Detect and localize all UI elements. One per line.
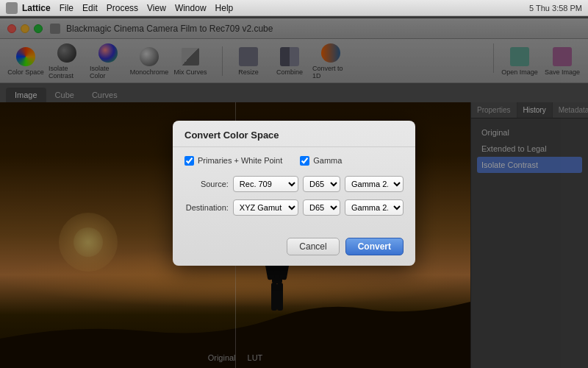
modal-overlay: Convert Color Space Primaries + White Po… (0, 18, 588, 368)
gamma-checkbox[interactable] (300, 156, 309, 166)
primaries-checkbox-label[interactable]: Primaries + White Point (184, 156, 282, 166)
menubar-right: 5 Thu 3:58 PM (529, 4, 582, 13)
gamma-label: Gamma (313, 156, 342, 165)
dialog-buttons: Cancel Convert (173, 232, 415, 266)
menu-edit[interactable]: Edit (82, 3, 98, 13)
menu-help[interactable]: Help (215, 3, 234, 13)
dialog-title: Convert Color Space (173, 121, 415, 147)
primaries-checkbox[interactable] (184, 156, 194, 166)
destination-label: Destination: (184, 203, 229, 212)
source-row: Source: Rec. 709 sRGB ACES P3 D65 D50 D6… (184, 176, 404, 192)
convert-button[interactable]: Convert (345, 238, 404, 255)
source-whitepoint-select[interactable]: D65 D50 D60 (303, 176, 340, 192)
menu-window[interactable]: Window (175, 3, 207, 13)
app-name: Lattice (22, 3, 51, 13)
dest-gamma-select[interactable]: Gamma 2.6 Gamma 2.2 Linear (345, 199, 404, 216)
menubar: Lattice File Edit Process View Window He… (0, 0, 588, 16)
dest-colorspace-select[interactable]: XYZ Gamut Rec. 709 sRGB (233, 199, 298, 216)
source-colorspace-select[interactable]: Rec. 709 sRGB ACES P3 (233, 176, 298, 192)
menu-view[interactable]: View (147, 3, 166, 13)
gamma-checkbox-label[interactable]: Gamma (300, 156, 342, 166)
convert-color-space-dialog: Convert Color Space Primaries + White Po… (173, 121, 415, 266)
app-icon (6, 2, 18, 14)
cancel-button[interactable]: Cancel (287, 238, 339, 255)
checkbox-row: Primaries + White Point Gamma (184, 156, 404, 166)
primaries-label: Primaries + White Point (198, 156, 282, 165)
dialog-body: Primaries + White Point Gamma Source: Re… (173, 147, 415, 232)
source-gamma-select[interactable]: Gamma 2.2 Gamma 2.4 Linear (345, 176, 404, 192)
menu-process[interactable]: Process (107, 3, 138, 13)
dest-whitepoint-select[interactable]: D65 D50 D60 (303, 199, 340, 216)
menubar-clock: 5 Thu 3:58 PM (529, 4, 582, 13)
destination-row: Destination: XYZ Gamut Rec. 709 sRGB D65… (184, 199, 404, 216)
menu-items: File Edit Process View Window Help (60, 3, 234, 13)
menu-file[interactable]: File (60, 3, 74, 13)
source-label: Source: (184, 180, 229, 188)
